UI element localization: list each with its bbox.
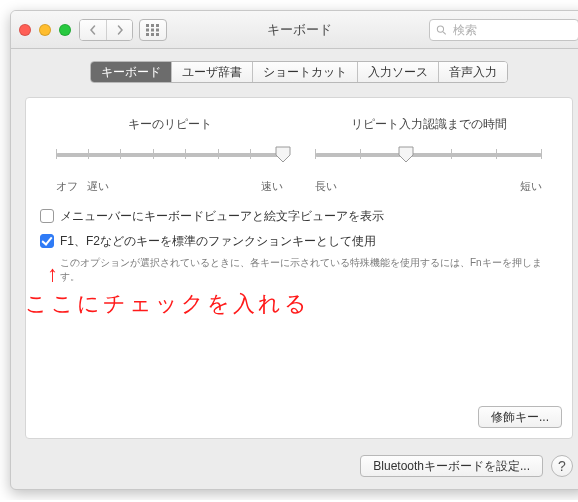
menubar-viewer-label: メニューバーにキーボードビューアと絵文字ビューアを表示 <box>60 208 384 225</box>
svg-line-10 <box>443 31 446 34</box>
svg-rect-0 <box>146 24 149 27</box>
svg-rect-7 <box>151 33 154 36</box>
back-button[interactable] <box>80 20 106 40</box>
svg-rect-3 <box>146 28 149 31</box>
checkbox-group: メニューバーにキーボードビューアと絵文字ビューアを表示 F1、F2などのキーを標… <box>40 208 558 284</box>
key-repeat-left-extra: 遅い <box>87 180 109 192</box>
titlebar: キーボード <box>11 11 578 49</box>
tab-4[interactable]: 音声入力 <box>438 62 507 82</box>
delay-left-label: 長い <box>315 179 337 194</box>
tab-2[interactable]: ショートカット <box>252 62 357 82</box>
bluetooth-setup-button[interactable]: Bluetoothキーボードを設定... <box>360 455 543 477</box>
modifier-keys-button[interactable]: 修飾キー... <box>478 406 562 428</box>
key-repeat-title: キーのリピート <box>56 116 284 133</box>
fn-keys-note: このオプションが選択されているときに、各キーに示されている特殊機能を使用するには… <box>60 256 558 284</box>
menubar-viewer-checkbox[interactable] <box>40 209 54 223</box>
settings-panel: キーのリピート オフ 遅い 速い <box>25 97 573 439</box>
delay-right-label: 短い <box>520 179 542 194</box>
svg-rect-2 <box>156 24 159 27</box>
key-repeat-right-label: 速い <box>261 179 283 194</box>
slider-row: キーのリピート オフ 遅い 速い <box>40 116 558 194</box>
show-all-button[interactable] <box>139 19 167 41</box>
footer: Bluetoothキーボードを設定... ? <box>25 455 573 477</box>
delay-slider[interactable] <box>315 143 543 177</box>
close-button[interactable] <box>19 24 31 36</box>
svg-rect-4 <box>151 28 154 31</box>
traffic-lights <box>19 24 71 36</box>
svg-rect-1 <box>151 24 154 27</box>
svg-rect-5 <box>156 28 159 31</box>
minimize-button[interactable] <box>39 24 51 36</box>
forward-button[interactable] <box>106 20 132 40</box>
zoom-button[interactable] <box>59 24 71 36</box>
key-repeat-slider-block: キーのリピート オフ 遅い 速い <box>56 116 284 194</box>
help-button[interactable]: ? <box>551 455 573 477</box>
svg-point-9 <box>437 25 443 31</box>
preferences-window: キーボード キーボードユーザ辞書ショートカット入力ソース音声入力 キーのリピート <box>10 10 578 490</box>
fn-keys-checkbox[interactable] <box>40 234 54 248</box>
fn-keys-label: F1、F2などのキーを標準のファンクションキーとして使用 <box>60 233 376 250</box>
tab-3[interactable]: 入力ソース <box>357 62 438 82</box>
search-icon <box>436 24 447 36</box>
key-repeat-left-label: オフ <box>56 180 78 192</box>
delay-title: リピート入力認識までの時間 <box>315 116 543 133</box>
key-repeat-slider[interactable] <box>56 143 284 177</box>
svg-rect-8 <box>156 33 159 36</box>
svg-rect-6 <box>146 33 149 36</box>
body: キーボードユーザ辞書ショートカット入力ソース音声入力 キーのリピート オフ <box>11 49 578 489</box>
tab-1[interactable]: ユーザ辞書 <box>171 62 252 82</box>
grid-icon <box>146 24 160 36</box>
delay-slider-block: リピート入力認識までの時間 長い 短い <box>315 116 543 194</box>
tabbar: キーボードユーザ辞書ショートカット入力ソース音声入力 <box>90 61 508 83</box>
tab-0[interactable]: キーボード <box>91 62 171 82</box>
search-field[interactable] <box>429 19 578 41</box>
nav-back-forward <box>79 19 133 41</box>
search-input[interactable] <box>451 22 572 38</box>
